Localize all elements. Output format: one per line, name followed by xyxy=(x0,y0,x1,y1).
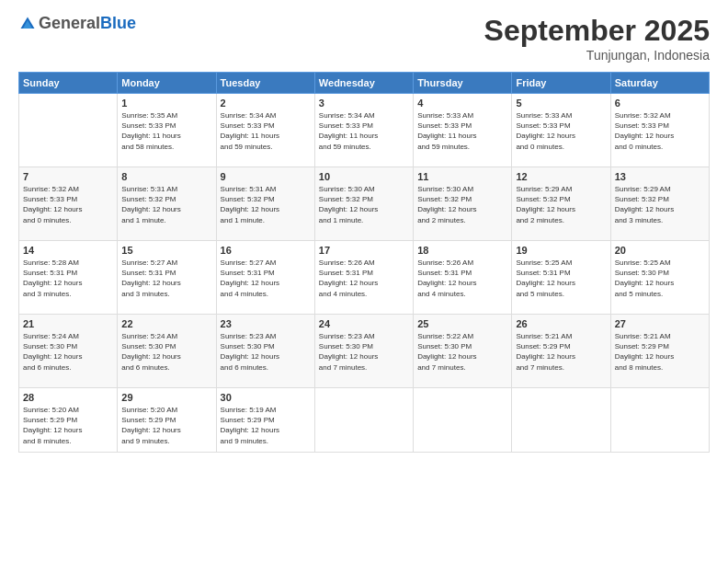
col-tuesday: Tuesday xyxy=(216,73,314,94)
week-row-2: 14Sunrise: 5:28 AM Sunset: 5:31 PM Dayli… xyxy=(19,241,710,315)
day-info: Sunrise: 5:29 AM Sunset: 5:32 PM Dayligh… xyxy=(516,184,606,225)
day-number: 16 xyxy=(221,245,311,256)
day-number: 24 xyxy=(319,318,409,329)
day-info: Sunrise: 5:24 AM Sunset: 5:30 PM Dayligh… xyxy=(23,331,113,373)
col-sunday: Sunday xyxy=(19,73,118,94)
day-info: Sunrise: 5:20 AM Sunset: 5:29 PM Dayligh… xyxy=(121,405,211,446)
col-monday: Monday xyxy=(118,73,216,94)
calendar-cell: 24Sunrise: 5:23 AM Sunset: 5:30 PM Dayli… xyxy=(314,315,413,388)
day-number: 2 xyxy=(221,98,311,109)
day-number: 9 xyxy=(221,171,311,182)
day-number: 18 xyxy=(417,245,507,256)
logo-general: General xyxy=(39,14,100,32)
calendar-cell: 17Sunrise: 5:26 AM Sunset: 5:31 PM Dayli… xyxy=(314,241,413,315)
day-info: Sunrise: 5:21 AM Sunset: 5:29 PM Dayligh… xyxy=(615,331,705,373)
calendar-cell: 27Sunrise: 5:21 AM Sunset: 5:29 PM Dayli… xyxy=(610,315,709,388)
col-wednesday: Wednesday xyxy=(314,73,413,94)
day-number: 30 xyxy=(221,392,311,403)
page: GeneralBlue September 2025 Tunjungan, In… xyxy=(0,0,728,563)
calendar-cell xyxy=(19,94,118,167)
calendar-cell: 28Sunrise: 5:20 AM Sunset: 5:29 PM Dayli… xyxy=(19,388,118,453)
calendar-cell: 2Sunrise: 5:34 AM Sunset: 5:33 PM Daylig… xyxy=(216,94,314,167)
calendar-cell: 25Sunrise: 5:22 AM Sunset: 5:30 PM Dayli… xyxy=(414,315,512,388)
day-number: 28 xyxy=(23,392,113,403)
week-row-1: 7Sunrise: 5:32 AM Sunset: 5:33 PM Daylig… xyxy=(19,167,710,241)
calendar-cell: 20Sunrise: 5:25 AM Sunset: 5:30 PM Dayli… xyxy=(610,241,709,315)
calendar-cell: 15Sunrise: 5:27 AM Sunset: 5:31 PM Dayli… xyxy=(118,241,216,315)
day-info: Sunrise: 5:27 AM Sunset: 5:31 PM Dayligh… xyxy=(121,258,211,299)
day-number: 27 xyxy=(615,318,705,329)
calendar-cell: 14Sunrise: 5:28 AM Sunset: 5:31 PM Dayli… xyxy=(19,241,118,315)
col-thursday: Thursday xyxy=(414,73,512,94)
day-info: Sunrise: 5:34 AM Sunset: 5:33 PM Dayligh… xyxy=(319,110,409,152)
day-number: 17 xyxy=(319,245,409,256)
calendar-cell: 6Sunrise: 5:32 AM Sunset: 5:33 PM Daylig… xyxy=(610,94,709,167)
calendar-cell: 30Sunrise: 5:19 AM Sunset: 5:29 PM Dayli… xyxy=(216,388,314,453)
day-info: Sunrise: 5:24 AM Sunset: 5:30 PM Dayligh… xyxy=(121,331,211,373)
header-row: Sunday Monday Tuesday Wednesday Thursday… xyxy=(19,73,710,94)
day-info: Sunrise: 5:32 AM Sunset: 5:33 PM Dayligh… xyxy=(615,110,705,152)
col-friday: Friday xyxy=(512,73,610,94)
calendar-table: Sunday Monday Tuesday Wednesday Thursday… xyxy=(18,72,710,453)
day-number: 23 xyxy=(221,318,311,329)
day-info: Sunrise: 5:23 AM Sunset: 5:30 PM Dayligh… xyxy=(319,331,409,373)
logo-icon xyxy=(18,15,37,33)
day-number: 11 xyxy=(417,171,507,182)
day-info: Sunrise: 5:30 AM Sunset: 5:32 PM Dayligh… xyxy=(319,184,409,225)
day-info: Sunrise: 5:21 AM Sunset: 5:29 PM Dayligh… xyxy=(516,331,606,373)
day-info: Sunrise: 5:25 AM Sunset: 5:31 PM Dayligh… xyxy=(516,258,606,299)
day-number: 10 xyxy=(319,171,409,182)
title-block: September 2025 Tunjungan, Indonesia xyxy=(484,14,710,63)
header: GeneralBlue September 2025 Tunjungan, In… xyxy=(18,14,710,63)
day-number: 8 xyxy=(121,171,211,182)
day-info: Sunrise: 5:23 AM Sunset: 5:30 PM Dayligh… xyxy=(221,331,311,373)
day-number: 1 xyxy=(121,98,211,109)
day-info: Sunrise: 5:26 AM Sunset: 5:31 PM Dayligh… xyxy=(417,258,507,299)
day-info: Sunrise: 5:28 AM Sunset: 5:31 PM Dayligh… xyxy=(23,258,113,299)
day-number: 6 xyxy=(615,98,705,109)
day-number: 22 xyxy=(121,318,211,329)
day-number: 12 xyxy=(516,171,606,182)
week-row-3: 21Sunrise: 5:24 AM Sunset: 5:30 PM Dayli… xyxy=(19,315,710,388)
day-number: 14 xyxy=(23,245,113,256)
calendar-cell: 1Sunrise: 5:35 AM Sunset: 5:33 PM Daylig… xyxy=(118,94,216,167)
calendar-cell: 12Sunrise: 5:29 AM Sunset: 5:32 PM Dayli… xyxy=(512,167,610,241)
day-info: Sunrise: 5:35 AM Sunset: 5:33 PM Dayligh… xyxy=(121,110,211,152)
day-number: 20 xyxy=(615,245,705,256)
calendar-cell xyxy=(512,388,610,453)
calendar-cell: 8Sunrise: 5:31 AM Sunset: 5:32 PM Daylig… xyxy=(118,167,216,241)
day-number: 19 xyxy=(516,245,606,256)
day-info: Sunrise: 5:31 AM Sunset: 5:32 PM Dayligh… xyxy=(221,184,311,225)
subtitle: Tunjungan, Indonesia xyxy=(484,48,710,63)
day-info: Sunrise: 5:19 AM Sunset: 5:29 PM Dayligh… xyxy=(221,405,311,446)
col-saturday: Saturday xyxy=(610,73,709,94)
day-info: Sunrise: 5:31 AM Sunset: 5:32 PM Dayligh… xyxy=(121,184,211,225)
day-number: 29 xyxy=(121,392,211,403)
day-info: Sunrise: 5:34 AM Sunset: 5:33 PM Dayligh… xyxy=(221,110,311,152)
calendar-cell: 23Sunrise: 5:23 AM Sunset: 5:30 PM Dayli… xyxy=(216,315,314,388)
calendar-cell: 9Sunrise: 5:31 AM Sunset: 5:32 PM Daylig… xyxy=(216,167,314,241)
calendar-cell xyxy=(314,388,413,453)
logo-blue: Blue xyxy=(100,14,136,32)
day-info: Sunrise: 5:29 AM Sunset: 5:32 PM Dayligh… xyxy=(615,184,705,225)
calendar-cell: 10Sunrise: 5:30 AM Sunset: 5:32 PM Dayli… xyxy=(314,167,413,241)
day-number: 25 xyxy=(417,318,507,329)
day-info: Sunrise: 5:25 AM Sunset: 5:30 PM Dayligh… xyxy=(615,258,705,299)
day-info: Sunrise: 5:30 AM Sunset: 5:32 PM Dayligh… xyxy=(417,184,507,225)
month-title: September 2025 xyxy=(484,14,710,48)
calendar-cell: 22Sunrise: 5:24 AM Sunset: 5:30 PM Dayli… xyxy=(118,315,216,388)
calendar-cell: 18Sunrise: 5:26 AM Sunset: 5:31 PM Dayli… xyxy=(414,241,512,315)
logo: GeneralBlue xyxy=(18,14,136,33)
day-info: Sunrise: 5:33 AM Sunset: 5:33 PM Dayligh… xyxy=(417,110,507,152)
week-row-4: 28Sunrise: 5:20 AM Sunset: 5:29 PM Dayli… xyxy=(19,388,710,453)
day-info: Sunrise: 5:22 AM Sunset: 5:30 PM Dayligh… xyxy=(417,331,507,373)
day-number: 21 xyxy=(23,318,113,329)
calendar-cell xyxy=(610,388,709,453)
calendar-cell: 11Sunrise: 5:30 AM Sunset: 5:32 PM Dayli… xyxy=(414,167,512,241)
day-number: 15 xyxy=(121,245,211,256)
calendar-cell: 19Sunrise: 5:25 AM Sunset: 5:31 PM Dayli… xyxy=(512,241,610,315)
day-info: Sunrise: 5:20 AM Sunset: 5:29 PM Dayligh… xyxy=(23,405,113,446)
calendar-cell: 7Sunrise: 5:32 AM Sunset: 5:33 PM Daylig… xyxy=(19,167,118,241)
calendar-cell: 29Sunrise: 5:20 AM Sunset: 5:29 PM Dayli… xyxy=(118,388,216,453)
calendar-cell: 3Sunrise: 5:34 AM Sunset: 5:33 PM Daylig… xyxy=(314,94,413,167)
